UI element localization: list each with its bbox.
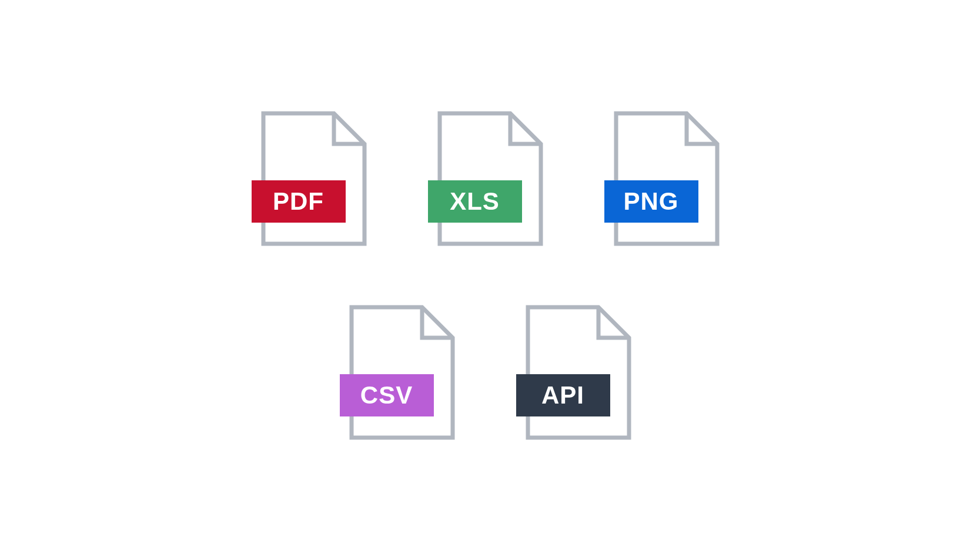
file-type-badge: API [516, 374, 610, 416]
document-icon [261, 111, 367, 246]
document-icon [614, 111, 720, 246]
file-type-badge: XLS [428, 180, 522, 223]
file-type-label: API [541, 381, 584, 409]
file-type-label: CSV [360, 381, 413, 409]
file-type-label: PDF [273, 187, 324, 216]
document-icon [349, 305, 455, 440]
pdf-file-icon: PDF [261, 111, 367, 246]
document-icon [437, 111, 543, 246]
file-type-icons: PDF XLS PNG [0, 0, 980, 551]
api-file-icon: API [526, 305, 631, 440]
csv-file-icon: CSV [349, 305, 455, 440]
file-type-label: XLS [450, 187, 500, 216]
document-icon [526, 305, 631, 440]
file-type-label: PNG [623, 187, 678, 216]
file-type-badge: PNG [604, 180, 698, 223]
file-icons-row-2: CSV API [349, 305, 631, 440]
file-type-badge: CSV [340, 374, 434, 416]
file-icons-row-1: PDF XLS PNG [261, 111, 720, 246]
file-type-badge: PDF [252, 180, 346, 223]
png-file-icon: PNG [614, 111, 720, 246]
xls-file-icon: XLS [437, 111, 543, 246]
